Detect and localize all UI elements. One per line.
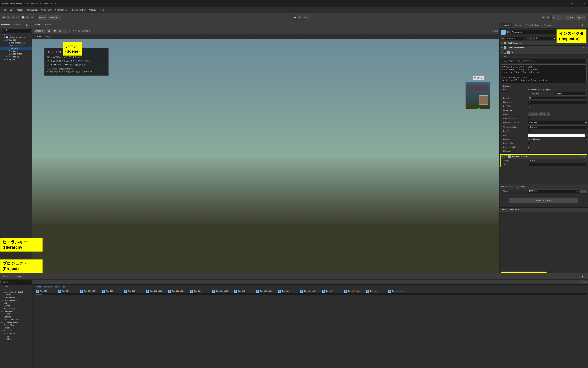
- tree-nintendo[interactable]: ▼NintendoSwitch_Global: [0, 291, 34, 294]
- project-eye-icon[interactable]: 👁: [582, 281, 584, 283]
- close-button[interactable]: ✕: [582, 1, 586, 5]
- transform-tool[interactable]: ⊞: [25, 15, 29, 20]
- color-picker[interactable]: [528, 134, 585, 137]
- menu-window[interactable]: Window: [88, 8, 98, 12]
- step-button[interactable]: ⏭: [303, 15, 307, 20]
- align-right-btn[interactable]: ≡: [535, 112, 538, 116]
- tree-plugins[interactable]: ─Plugins: [0, 327, 34, 329]
- inspector-scroll[interactable]: T ✓ Static ▼ Tag Untagged Layer UI: [500, 28, 588, 273]
- raycast-padding-arrow[interactable]: ▶: [528, 146, 529, 148]
- rect-tool[interactable]: ⬜: [20, 15, 25, 20]
- tab-project[interactable]: Project: [1, 275, 11, 278]
- canvas-renderer-header[interactable]: ▶ Canvas Renderer ? ⚙: [500, 46, 588, 50]
- hierarchy-item-ui-tips-bg[interactable]: ▶ 🖼 ui_tips_bg: [0, 55, 32, 58]
- menu-gameobject[interactable]: GameObject: [25, 8, 39, 12]
- localize-help-icon[interactable]: ?: [582, 156, 583, 158]
- project-create-icon[interactable]: +: [577, 281, 578, 283]
- menu-assets[interactable]: Assets: [15, 8, 24, 12]
- move-tool[interactable]: ✛: [6, 15, 10, 20]
- scene-light-icon[interactable]: 💡: [53, 29, 57, 33]
- tab-console[interactable]: Console: [12, 275, 23, 278]
- breadcrumb-prefabs[interactable]: Prefabs: [54, 286, 60, 288]
- tree-nintendo-mode[interactable]: ─Mode: [0, 294, 34, 296]
- file-tips005[interactable]: 🔵 Tips_005: [233, 289, 255, 293]
- account-dropdown[interactable]: Account ▼: [552, 15, 563, 20]
- scene-audio-icon[interactable]: 🔊: [58, 29, 62, 33]
- project-favorite-icon[interactable]: ★: [579, 281, 581, 283]
- scene-tab-tips000[interactable]: Tips_000: [43, 35, 53, 38]
- hierarchy-item-tips005[interactable]: ▶ 🔵 Tips_005: [0, 58, 32, 61]
- project-more-icon[interactable]: ⋮: [585, 275, 587, 277]
- menu-cinemachine[interactable]: Cinemachine: [54, 8, 68, 12]
- rich-text-checkbox[interactable]: ✓: [528, 105, 530, 107]
- help-icon2[interactable]: ?: [583, 46, 584, 49]
- file-tips003[interactable]: 🔵 Tips_003: [123, 289, 144, 293]
- menu-edit[interactable]: Edit: [8, 8, 15, 12]
- scale-tool[interactable]: ⤡: [16, 15, 20, 20]
- settings-icon3[interactable]: ⚙: [585, 51, 587, 54]
- tree-mode[interactable]: ─Mode: [0, 285, 34, 288]
- hierarchy-search-input[interactable]: All: [3, 28, 31, 32]
- hierarchy-add-icon[interactable]: +: [1, 29, 3, 32]
- tree-resources[interactable]: ▼Resources: [0, 329, 34, 332]
- play-button[interactable]: ▶: [293, 15, 297, 20]
- hierarchy-item-tips000-root[interactable]: ▼ 🔵 Tips_000: [0, 33, 32, 36]
- tab-scene[interactable]: Scene: [32, 22, 43, 27]
- tree-nintendosdk[interactable]: ─NintendoSDKPlugin: [0, 318, 34, 321]
- tree-moviebybuild[interactable]: ─MovieByBuild: [0, 296, 34, 299]
- hierarchy-item-tips000-caption[interactable]: T tips000_caption: [0, 44, 32, 47]
- tree-gizmos[interactable]: ─Gizmos: [0, 304, 34, 307]
- raycast-target-checkbox[interactable]: [528, 142, 530, 144]
- file-tips000[interactable]: 🔵 Tips_000: [35, 289, 56, 293]
- scene-content[interactable]: 【ゲーム目標】 赤ちゃんの眠るゆりかごを守ってください。 ゆりかごが破壊されてし…: [32, 39, 499, 273]
- file-tips004c005[interactable]: 🔵 Tips_004_c005: [211, 289, 232, 293]
- localize-settings-icon[interactable]: ⚙: [584, 156, 586, 158]
- font-size-input[interactable]: [528, 97, 587, 100]
- file-tips001c001[interactable]: 🔵 Tips_001_c001: [79, 289, 100, 293]
- file-tips003c003[interactable]: 🔵 Tips_003_c003: [145, 289, 166, 293]
- material-pick2-icon[interactable]: ⊙: [585, 185, 587, 188]
- pause-button[interactable]: ⏸: [298, 15, 302, 20]
- shading-dropdown[interactable]: Shaded ▼: [33, 28, 45, 33]
- project-search-input[interactable]: [1, 280, 32, 284]
- tab-game[interactable]: Game: [43, 23, 53, 27]
- align-by-geometry-checkbox[interactable]: [528, 117, 530, 120]
- tree-gamedata[interactable]: ─GameData: [0, 332, 34, 335]
- tree-light2d[interactable]: ─Light2D: [0, 313, 34, 315]
- layer-select[interactable]: UI: [535, 37, 556, 40]
- tree-materials[interactable]: ─Materials: [0, 315, 34, 318]
- align-top-btn[interactable]: ⊤: [539, 112, 543, 116]
- menu-component[interactable]: Component: [40, 8, 53, 12]
- custom-tool[interactable]: ✦: [30, 15, 34, 20]
- tree-steamworks[interactable]: ─Steamworks.NET: [0, 299, 34, 302]
- save-scene-btn[interactable]: to Save: [492, 30, 498, 32]
- tag-select[interactable]: Untagged: [505, 37, 526, 40]
- tree-onsceneprefabs[interactable]: ─OnScenePrefabs: [0, 321, 34, 324]
- tree-hangou[interactable]: ─Hangou: [0, 288, 34, 291]
- localize-header[interactable]: ▼ ✓ Localize (Script) ? ⚙: [500, 155, 587, 159]
- font-style-select[interactable]: Normal: [555, 92, 587, 95]
- file-tips006c007[interactable]: 🔵 Tips_006_c007: [299, 289, 320, 293]
- tab-services[interactable]: Services: [542, 23, 553, 27]
- hierarchy-more-icon[interactable]: ⋮: [29, 24, 31, 26]
- file-tips002[interactable]: 🔵 Tips_002: [101, 289, 122, 293]
- tree-outlineeffect[interactable]: ─OutlineEffect: [0, 324, 34, 327]
- tree-font[interactable]: ─font: [0, 302, 34, 304]
- file-tips007[interactable]: 🔵 Tips_007: [321, 289, 342, 293]
- tab-project-settings[interactable]: Project Settings: [524, 23, 541, 27]
- file-tips008c009[interactable]: 🔵 Tips_008_c009: [387, 289, 409, 293]
- tab-project[interactable]: Project: [513, 23, 523, 27]
- tab-inspector[interactable]: Inspector: [501, 23, 512, 27]
- horizontal-overflow-select[interactable]: Overflow: [528, 121, 587, 124]
- vertical-overflow-select[interactable]: Overflow: [528, 125, 587, 129]
- default-material-arrow[interactable]: ▼: [518, 209, 519, 211]
- breadcrumb-resources[interactable]: Resources: [44, 286, 52, 288]
- hierarchy-item-canvas-env[interactable]: ▶ ⬜ Canvas (Environment): [0, 36, 32, 39]
- tree-movie[interactable]: ─movie: [0, 335, 34, 338]
- menu-file[interactable]: File: [1, 8, 8, 12]
- file-tips006[interactable]: 🔵 Tips_006: [277, 289, 298, 293]
- align-bottom-btn[interactable]: ⊥: [547, 112, 550, 116]
- hierarchy-item-tips000-child[interactable]: ▼ 🔵 Tips_000: [0, 39, 32, 41]
- text-component-header[interactable]: ▼ ✓ Text ? ⚙: [500, 50, 588, 55]
- scrollbar-thumb[interactable]: [35, 294, 42, 295]
